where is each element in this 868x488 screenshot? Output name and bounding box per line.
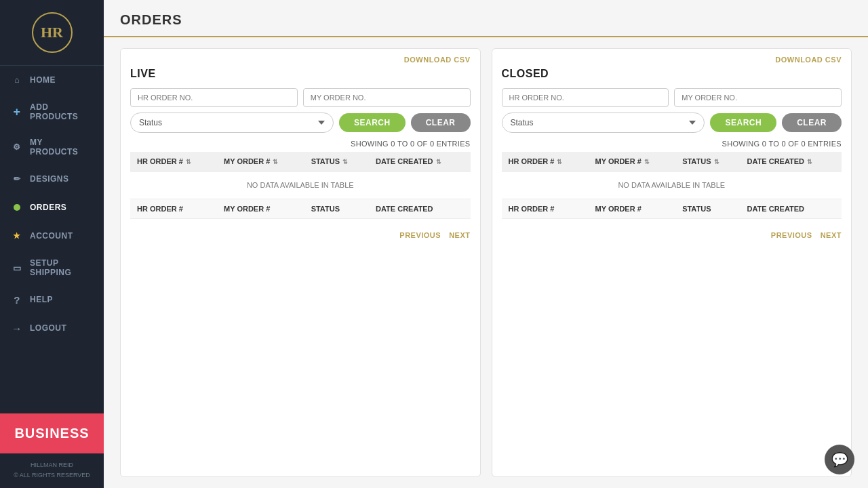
live-status-select[interactable]: Status: [130, 113, 334, 133]
closed-previous-button[interactable]: PREVIOUS: [771, 231, 812, 239]
question-icon: ?: [11, 293, 23, 306]
sort-icon: ⇅: [807, 159, 812, 165]
sort-icon: ⇅: [342, 159, 348, 165]
live-no-data-message: NO DATA AVAILABLE IN TABLE: [130, 171, 471, 199]
sidebar-item-add-products[interactable]: + ADD PRODUCTS: [0, 94, 104, 129]
closed-table-footer: HR ORDER # MY ORDER # STATUS DATE CREATE…: [502, 199, 842, 219]
sidebar-item-home[interactable]: ⌂ HOME: [0, 66, 104, 94]
live-footer-status: STATUS: [304, 199, 369, 219]
live-footer-row: HR ORDER # MY ORDER # STATUS DATE CREATE…: [130, 199, 471, 219]
closed-orders-table: HR ORDER #⇅ MY ORDER #⇅ STATUS⇅ DATE CRE…: [502, 152, 842, 219]
closed-orders-panel: DOWNLOAD CSV CLOSED Status SEARCH CLEAR …: [492, 48, 852, 477]
closed-section-label: CLOSED: [502, 68, 842, 80]
closed-entries-info: SHOWING 0 TO 0 OF 0 ENTRIES: [502, 140, 842, 148]
live-table-body: NO DATA AVAILABLE IN TABLE: [130, 171, 471, 199]
closed-no-data-message: NO DATA AVAILABLE IN TABLE: [502, 171, 842, 199]
sort-icon: ⇅: [644, 159, 650, 165]
closed-footer-status: STATUS: [675, 199, 740, 219]
live-section-label: LIVE: [130, 68, 471, 80]
live-footer-my-order: MY ORDER #: [217, 199, 304, 219]
closed-next-button[interactable]: NEXT: [821, 231, 842, 239]
sidebar-bottom: BUSINESS HILLMAN REID © ALL RIGHTS RESER…: [0, 413, 104, 488]
home-icon: ⌂: [11, 74, 23, 86]
orders-area: DOWNLOAD CSV LIVE Status SEARCH CLEAR SH…: [104, 37, 868, 488]
closed-panel-top-bar: DOWNLOAD CSV: [492, 49, 852, 68]
closed-footer-row: HR ORDER # MY ORDER # STATUS DATE CREATE…: [502, 199, 842, 219]
live-panel-body: LIVE Status SEARCH CLEAR SHOWING 0 TO 0 …: [121, 68, 480, 226]
closed-panel-body: CLOSED Status SEARCH CLEAR SHOWING 0 TO …: [492, 68, 852, 226]
live-table-footer: HR ORDER # MY ORDER # STATUS DATE CREATE…: [130, 199, 471, 219]
live-search-row-1: [130, 88, 471, 107]
closed-footer-my-order: MY ORDER #: [589, 199, 676, 219]
logo-emblem: HR: [32, 12, 73, 53]
live-next-button[interactable]: NEXT: [449, 231, 470, 239]
sidebar-item-setup-shipping[interactable]: ▭ SETUP SHIPPING: [0, 250, 104, 285]
closed-my-order-input[interactable]: [674, 88, 842, 107]
closed-col-date-created[interactable]: DATE CREATED⇅: [741, 152, 842, 171]
closed-col-my-order[interactable]: MY ORDER #⇅: [589, 152, 676, 171]
closed-footer-date-created: DATE CREATED: [741, 199, 842, 219]
closed-table-header: HR ORDER #⇅ MY ORDER #⇅ STATUS⇅ DATE CRE…: [502, 152, 842, 171]
closed-download-csv-link[interactable]: DOWNLOAD CSV: [775, 56, 842, 64]
closed-col-hr-order[interactable]: HR ORDER #⇅: [502, 152, 589, 171]
sort-icon: ⇅: [186, 159, 191, 165]
main-content: ORDERS DOWNLOAD CSV LIVE Status SEARCH C: [104, 0, 868, 488]
closed-search-button[interactable]: SEARCH: [710, 113, 776, 132]
live-col-status[interactable]: STATUS⇅: [304, 152, 369, 171]
live-footer-date-created: DATE CREATED: [369, 199, 471, 219]
sort-icon: ⇅: [557, 159, 562, 165]
closed-no-data-row: NO DATA AVAILABLE IN TABLE: [502, 171, 842, 199]
sidebar-footer: HILLMAN REID © ALL RIGHTS RESERVED: [0, 453, 104, 488]
gear-icon: ⚙: [11, 141, 23, 153]
live-col-my-order[interactable]: MY ORDER #⇅: [217, 152, 304, 171]
live-orders-table: HR ORDER #⇅ MY ORDER #⇅ STATUS⇅ DATE CRE…: [130, 152, 471, 219]
logout-icon: →: [11, 322, 23, 334]
live-previous-button[interactable]: PREVIOUS: [399, 231, 441, 239]
live-my-order-input[interactable]: [303, 88, 471, 107]
closed-search-row-1: [502, 88, 842, 107]
closed-pagination: PREVIOUS NEXT: [492, 226, 852, 239]
pencil-icon: ✏: [11, 173, 23, 185]
live-orders-panel: DOWNLOAD CSV LIVE Status SEARCH CLEAR SH…: [120, 48, 481, 477]
sort-icon: ⇅: [436, 159, 441, 165]
closed-clear-button[interactable]: CLEAR: [782, 113, 842, 132]
closed-footer-hr-order: HR ORDER #: [502, 199, 589, 219]
closed-table-body: NO DATA AVAILABLE IN TABLE: [502, 171, 842, 199]
add-icon: +: [11, 106, 23, 118]
live-no-data-row: NO DATA AVAILABLE IN TABLE: [130, 171, 471, 199]
sidebar-item-designs[interactable]: ✏ DESIGNS: [0, 165, 104, 193]
page-title: ORDERS: [120, 12, 852, 28]
sidebar: HR ⌂ HOME + ADD PRODUCTS ⚙ MY PRODUCTS ✏…: [0, 0, 104, 488]
live-col-date-created[interactable]: DATE CREATED⇅: [369, 152, 471, 171]
live-pagination: PREVIOUS NEXT: [121, 226, 480, 239]
closed-col-status[interactable]: STATUS⇅: [675, 152, 740, 171]
sidebar-item-account[interactable]: ★ AcCouNT: [0, 222, 104, 250]
live-col-hr-order[interactable]: HR ORDER #⇅: [130, 152, 217, 171]
chat-widget[interactable]: 💬: [825, 445, 854, 474]
live-entries-info: SHOWING 0 TO 0 OF 0 ENTRIES: [130, 140, 471, 148]
closed-status-select[interactable]: Status: [502, 113, 705, 133]
sidebar-item-orders[interactable]: ORDERS: [0, 193, 104, 222]
live-hr-order-input[interactable]: [130, 88, 298, 107]
sort-icon: ⇅: [714, 159, 719, 165]
sidebar-item-my-products[interactable]: ⚙ MY PRODUCTS: [0, 129, 104, 165]
live-panel-top-bar: DOWNLOAD CSV: [121, 49, 480, 68]
live-footer-hr-order: HR ORDER #: [130, 199, 217, 219]
live-search-row-2: Status SEARCH CLEAR: [130, 113, 471, 133]
sort-icon: ⇅: [273, 159, 278, 165]
page-header: ORDERS: [104, 0, 868, 37]
sidebar-item-logout[interactable]: → LOGOUT: [0, 314, 104, 342]
monitor-icon: ▭: [11, 262, 23, 274]
live-search-button[interactable]: SEARCH: [339, 113, 406, 132]
closed-hr-order-input[interactable]: [502, 88, 669, 107]
closed-search-row-2: Status SEARCH CLEAR: [502, 113, 842, 133]
live-download-csv-link[interactable]: DOWNLOAD CSV: [404, 56, 471, 64]
business-badge: BUSINESS: [0, 413, 104, 453]
chat-icon: 💬: [831, 451, 848, 468]
sidebar-navigation: ⌂ HOME + ADD PRODUCTS ⚙ MY PRODUCTS ✏ DE…: [0, 66, 104, 413]
star-icon: ★: [11, 230, 23, 242]
orders-dot-icon: [11, 201, 23, 214]
live-clear-button[interactable]: CLEAR: [411, 113, 471, 132]
sidebar-item-help[interactable]: ? HELP: [0, 285, 104, 314]
sidebar-logo: HR: [0, 0, 104, 66]
